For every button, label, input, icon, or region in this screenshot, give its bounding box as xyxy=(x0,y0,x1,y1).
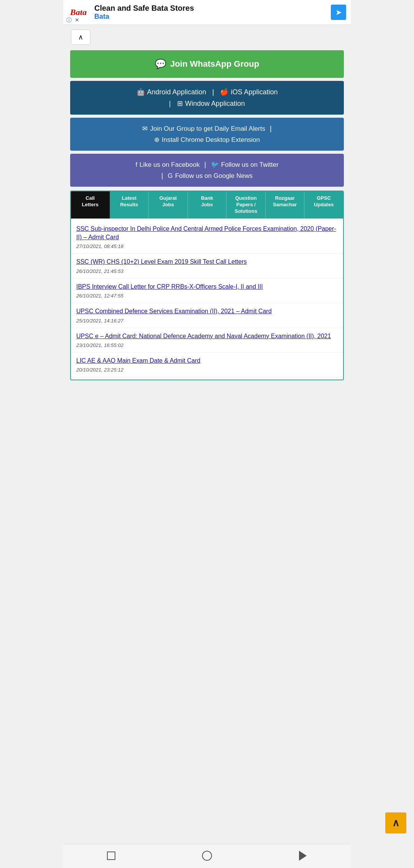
ad-text-block: Clean and Safe Bata Stores Bata xyxy=(94,4,331,21)
email-chrome-block: ✉ Join Our Group to get Daily Email Aler… xyxy=(70,118,344,151)
google-news-row: | G Follow us on Google News xyxy=(161,172,253,180)
android-label: Android Application xyxy=(147,88,206,96)
ad-nav-icon[interactable]: ➤ xyxy=(331,5,346,20)
separator-3: | xyxy=(270,125,272,133)
window-app-link[interactable]: ⊞ Window Application xyxy=(177,99,245,108)
app-row-top: 🤖 Android Application | 🍎 iOS Applicatio… xyxy=(136,88,278,96)
email-label: Join Our Group to get Daily Email Alerts xyxy=(150,125,265,133)
facebook-icon: f xyxy=(135,161,137,169)
android-icon: 🤖 xyxy=(136,88,145,96)
ad-controls: ⓘ ✕ xyxy=(66,17,79,24)
tab-call-letters[interactable]: CallLetters xyxy=(71,191,110,219)
tab-latest-results[interactable]: LatestResults xyxy=(110,191,149,219)
collapse-button[interactable]: ∧ xyxy=(71,30,90,45)
news-date: 26/10/2021, 21:45:53 xyxy=(76,268,123,274)
news-date: 23/10/2021, 16:55:02 xyxy=(76,342,123,348)
social-row: f Like us on Facebook | 🐦 Follow us on T… xyxy=(135,161,278,169)
news-link[interactable]: LIC AE & AAO Main Exam Date & Admit Card xyxy=(76,357,338,365)
facebook-link[interactable]: f Like us on Facebook xyxy=(135,161,200,169)
app-row-bottom: | ⊞ Window Application xyxy=(169,99,245,108)
news-link[interactable]: UPSC Combined Defence Services Examinati… xyxy=(76,307,338,316)
news-link[interactable]: IBPS Interview Call Letter for CRP RRBs-… xyxy=(76,283,338,291)
separator-2: | xyxy=(169,100,171,108)
android-app-link[interactable]: 🤖 Android Application xyxy=(136,88,206,96)
news-list: SSC Sub-inspector In Delhi Police And Ce… xyxy=(71,219,343,380)
tab-gujarat-jobs[interactable]: GujaratJobs xyxy=(149,191,188,219)
news-link[interactable]: SSC Sub-inspector In Delhi Police And Ce… xyxy=(76,225,338,242)
twitter-link[interactable]: 🐦 Follow us on Twitter xyxy=(211,161,279,169)
close-icon[interactable]: ✕ xyxy=(75,17,79,24)
google-icon: G xyxy=(168,172,173,180)
envelope-icon: ✉ xyxy=(142,125,148,133)
ios-label: iOS Application xyxy=(231,88,278,96)
chrome-icon: ⊕ xyxy=(154,136,159,144)
tab-gpsc[interactable]: GPSCUpdates xyxy=(304,191,343,219)
apple-icon: 🍎 xyxy=(220,88,228,96)
ad-banner: Bata Clean and Safe Bata Stores Bata ➤ ⓘ… xyxy=(63,0,351,25)
news-item: UPSC Combined Defence Services Examinati… xyxy=(71,303,343,328)
tab-section: CallLetters LatestResults GujaratJobs Ba… xyxy=(70,191,344,380)
whatsapp-icon: 💬 xyxy=(155,59,166,69)
google-news-link[interactable]: G Follow us on Google News xyxy=(168,172,253,180)
news-link[interactable]: UPSC e – Admit Card: National Defence Ac… xyxy=(76,332,338,340)
news-date: 26/10/2021, 12:47:55 xyxy=(76,293,123,299)
whatsapp-group-button[interactable]: 💬 Join WhatsApp Group xyxy=(70,50,344,78)
window-label: Window Application xyxy=(185,100,245,108)
twitter-icon: 🐦 xyxy=(211,161,219,169)
news-date: 27/10/2021, 08:45:18 xyxy=(76,243,123,249)
twitter-label: Follow us on Twitter xyxy=(221,161,279,169)
social-block: f Like us on Facebook | 🐦 Follow us on T… xyxy=(70,154,344,187)
separator-1: | xyxy=(212,88,214,96)
chrome-row: ⊕ Install Chrome Desktop Extension xyxy=(154,136,260,144)
email-group-link[interactable]: ✉ Join Our Group to get Daily Email Aler… xyxy=(142,125,265,133)
news-date: 25/10/2021, 14:16:27 xyxy=(76,318,123,324)
app-buttons-block: 🤖 Android Application | 🍎 iOS Applicatio… xyxy=(70,81,344,115)
news-item: LIC AE & AAO Main Exam Date & Admit Card… xyxy=(71,353,343,377)
tab-header: CallLetters LatestResults GujaratJobs Ba… xyxy=(71,191,343,219)
chrome-label: Install Chrome Desktop Extension xyxy=(162,136,260,144)
news-item: SSC (WR) CHS (10+2) Level Exam 2019 Skil… xyxy=(71,254,343,278)
chrome-extension-link[interactable]: ⊕ Install Chrome Desktop Extension xyxy=(154,136,260,144)
bata-logo-text: Bata xyxy=(70,7,87,17)
email-row: ✉ Join Our Group to get Daily Email Aler… xyxy=(142,125,271,133)
facebook-label: Like us on Facebook xyxy=(140,161,200,169)
tab-question-papers[interactable]: QuestionPapers /Solutions xyxy=(227,191,266,219)
google-news-label: Follow us on Google News xyxy=(175,172,253,180)
info-icon[interactable]: ⓘ xyxy=(66,17,72,24)
ad-title: Clean and Safe Bata Stores xyxy=(94,4,331,13)
chevron-up-icon: ∧ xyxy=(78,33,83,41)
windows-icon: ⊞ xyxy=(177,99,183,108)
ad-brand: Bata xyxy=(94,13,331,21)
news-item: IBPS Interview Call Letter for CRP RRBs-… xyxy=(71,279,343,303)
tab-rozgaar[interactable]: RozgaarSamachar xyxy=(266,191,305,219)
news-item: UPSC e – Admit Card: National Defence Ac… xyxy=(71,328,343,353)
news-link[interactable]: SSC (WR) CHS (10+2) Level Exam 2019 Skil… xyxy=(76,258,338,266)
news-date: 20/10/2021, 23:25:12 xyxy=(76,367,123,373)
separator-5: | xyxy=(161,172,163,180)
whatsapp-label: Join WhatsApp Group xyxy=(170,59,259,69)
ios-app-link[interactable]: 🍎 iOS Application xyxy=(220,88,278,96)
news-item: SSC Sub-inspector In Delhi Police And Ce… xyxy=(71,221,343,254)
tab-bank-jobs[interactable]: BankJobs xyxy=(188,191,227,219)
separator-4: | xyxy=(204,161,206,169)
